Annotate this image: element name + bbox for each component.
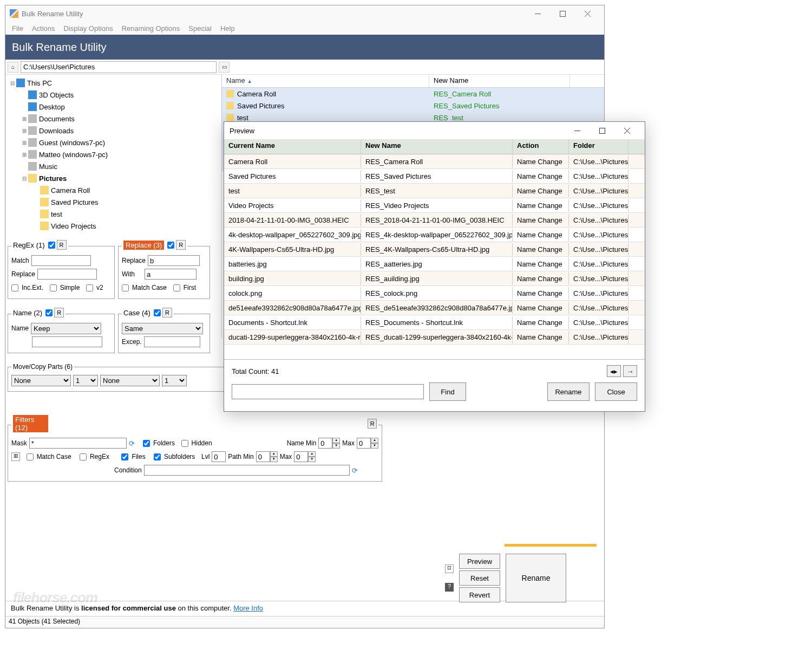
filters-namemin-input[interactable] xyxy=(318,438,332,449)
tree-expand-icon[interactable]: ⊞ xyxy=(21,140,28,146)
regex-reset[interactable]: R xyxy=(57,240,67,250)
filters-pathmax-input[interactable] xyxy=(294,451,308,462)
more-info-link[interactable]: More Info xyxy=(233,604,263,612)
tree-expand-icon[interactable]: ⊟ xyxy=(21,176,28,181)
regex-match-input[interactable] xyxy=(31,255,91,266)
nav-fit-button[interactable]: ◂▸ xyxy=(607,365,621,377)
minimize-button[interactable] xyxy=(525,6,550,21)
preview-row[interactable]: ducati-1299-superleggera-3840x2160-4k-ra… xyxy=(224,330,645,345)
replace-matchcase-check[interactable] xyxy=(122,284,129,291)
refresh-icon[interactable]: ⟳ xyxy=(129,439,135,447)
pv-col-new[interactable]: New Name xyxy=(361,139,513,154)
path-input[interactable] xyxy=(21,61,217,73)
replace-enable-check[interactable] xyxy=(167,242,174,249)
refresh-icon-2[interactable]: ⟳ xyxy=(352,466,358,475)
name-value-input[interactable] xyxy=(32,336,102,347)
filters-pick-icon[interactable]: ▥ xyxy=(11,452,20,461)
filters-namemax-input[interactable] xyxy=(357,438,371,449)
dialog-minimize-button[interactable] xyxy=(565,123,590,138)
preview-row[interactable]: building.jpgRES_auilding.jpgName ChangeC… xyxy=(224,271,645,286)
close-button[interactable] xyxy=(575,6,600,21)
filters-files-check[interactable] xyxy=(121,453,128,460)
tree-item[interactable]: Video Projects xyxy=(5,220,221,232)
dialog-rename-button[interactable]: Rename xyxy=(547,382,590,401)
preview-row[interactable]: testRES_testName ChangeC:\Use...\Picture… xyxy=(224,184,645,198)
preview-body[interactable]: Camera RollRES_Camera RollName ChangeC:\… xyxy=(224,154,645,359)
regex-incext-check[interactable] xyxy=(11,284,18,291)
case-select[interactable]: Same xyxy=(122,323,203,334)
dialog-close-button[interactable] xyxy=(614,123,639,138)
tree-item[interactable]: ⊟Pictures xyxy=(5,172,221,184)
movecopy-count-1[interactable]: 1 xyxy=(73,375,98,386)
path-browse-button[interactable]: ▭ xyxy=(219,62,230,73)
preview-row[interactable]: 4K-Wallpapers-Cs65-Ultra-HD.jpgRES_4K-Wa… xyxy=(224,242,645,257)
name-reset[interactable]: R xyxy=(54,308,64,317)
preview-row[interactable]: batteries.jpgRES_aatteries.jpgName Chang… xyxy=(224,257,645,271)
filters-pathmin-input[interactable] xyxy=(256,451,270,462)
find-button[interactable]: Find xyxy=(429,382,466,401)
filters-matchcase-check[interactable] xyxy=(27,453,34,460)
menu-help[interactable]: Help xyxy=(216,23,239,34)
filters-regex-check[interactable] xyxy=(80,453,87,460)
menu-renaming-options[interactable]: Renaming Options xyxy=(117,23,185,34)
movecopy-select-1[interactable]: None xyxy=(11,375,71,386)
filters-reset[interactable]: R xyxy=(368,419,377,429)
filters-mask-input[interactable] xyxy=(29,438,127,449)
preview-button[interactable]: Preview xyxy=(459,554,500,569)
tree-item[interactable]: ⊟This PC xyxy=(5,77,221,89)
list-row[interactable]: Saved PicturesRES_Saved Pictures xyxy=(222,100,604,112)
regex-simple-check[interactable] xyxy=(50,284,57,291)
reset-button[interactable]: Reset xyxy=(459,570,500,586)
tree-expand-icon[interactable]: ⊞ xyxy=(21,116,28,122)
preview-row[interactable]: de51eeafe3932862c908d80a78a6477e.jpgRES_… xyxy=(224,301,645,315)
tree-item[interactable]: Camera Roll xyxy=(5,184,221,196)
replace-first-check[interactable] xyxy=(173,284,180,291)
col-name[interactable]: Name▲ xyxy=(222,75,429,87)
menu-file[interactable]: File xyxy=(8,23,28,34)
tree-expand-icon[interactable]: ⊞ xyxy=(21,128,28,134)
name-enable-check[interactable] xyxy=(45,309,53,316)
replace-reset[interactable]: R xyxy=(176,240,186,250)
find-input[interactable] xyxy=(232,384,424,399)
dialog-maximize-button[interactable] xyxy=(590,123,614,138)
preview-row[interactable]: Video ProjectsRES_Video ProjectsName Cha… xyxy=(224,198,645,213)
tree-item[interactable]: ⊞Matteo (windows7-pc) xyxy=(5,148,221,160)
tree-item[interactable]: Saved Pictures xyxy=(5,196,221,208)
list-row[interactable]: Camera RollRES_Camera Roll xyxy=(222,88,604,100)
pv-col-action[interactable]: Action xyxy=(513,139,569,154)
filters-lvl-input[interactable] xyxy=(212,451,226,462)
revert-button[interactable]: Revert xyxy=(459,587,500,602)
dialog-close-button-footer[interactable]: Close xyxy=(595,382,637,401)
tree-item[interactable]: Music xyxy=(5,160,221,172)
maximize-button[interactable] xyxy=(550,6,575,21)
filters-subfolders-check[interactable] xyxy=(154,453,161,460)
tree-expand-icon[interactable]: ⊞ xyxy=(21,152,28,158)
tree-item[interactable]: ⊞Guest (windows7-pc) xyxy=(5,137,221,148)
regex-enable-check[interactable] xyxy=(48,242,55,249)
path-up-button[interactable]: ⌂ xyxy=(8,62,18,73)
tree-item[interactable]: ⊞Documents xyxy=(5,113,221,125)
menu-display-options[interactable]: Display Options xyxy=(60,23,117,34)
regex-replace-input[interactable] xyxy=(37,269,97,280)
preview-row[interactable]: 4k-desktop-wallpaper_065227602_309.jpgRE… xyxy=(224,228,645,242)
case-enable-check[interactable] xyxy=(154,309,161,316)
tree-item[interactable]: 3D Objects xyxy=(5,89,221,101)
movecopy-count-2[interactable]: 1 xyxy=(162,375,187,386)
replace-replace-input[interactable] xyxy=(148,255,200,266)
tree-expand-icon[interactable]: ⊟ xyxy=(9,80,16,86)
filters-condition-input[interactable] xyxy=(144,465,350,476)
menu-special[interactable]: Special xyxy=(184,23,216,34)
tree-item[interactable]: ⊞Downloads xyxy=(5,125,221,137)
help-icon[interactable]: ? xyxy=(445,583,454,592)
preview-row[interactable]: colock.pngRES_colock.pngName ChangeC:\Us… xyxy=(224,286,645,301)
pv-col-current[interactable]: Current Name xyxy=(224,139,361,154)
target-icon[interactable]: ⊡ xyxy=(445,564,454,573)
case-excep-input[interactable] xyxy=(144,336,200,347)
regex-v2-check[interactable] xyxy=(86,284,93,291)
preview-row[interactable]: 2018-04-21-11-01-00-IMG_0038.HEICRES_201… xyxy=(224,213,645,228)
name-select[interactable]: Keep xyxy=(31,323,101,334)
case-reset[interactable]: R xyxy=(162,308,172,317)
nav-next-button[interactable]: → xyxy=(623,365,637,377)
pv-col-folder[interactable]: Folder xyxy=(569,139,628,154)
col-newname[interactable]: New Name xyxy=(429,75,570,87)
